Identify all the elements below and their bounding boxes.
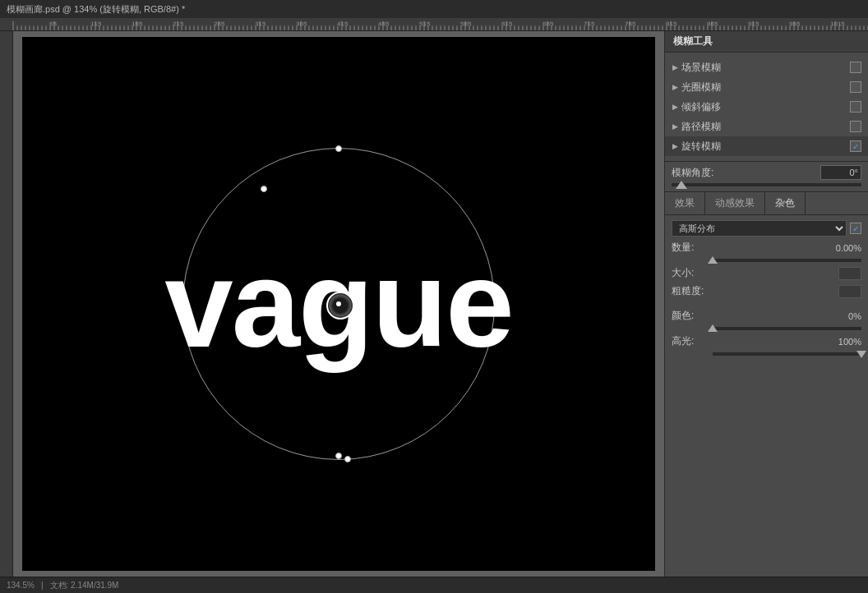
title-text: 模糊画廊.psd @ 134% (旋转模糊, RGB/8#) * — [7, 3, 185, 16]
noise-highlight-slider[interactable] — [713, 352, 861, 356]
noise-highlight-row: 高光: 100% — [672, 334, 861, 348]
noise-distribution-select[interactable]: 高斯分布 均匀分布 — [672, 220, 847, 237]
noise-checkbox[interactable] — [850, 223, 861, 234]
angle-slider-track[interactable] — [672, 183, 861, 186]
angle-row: 模糊角度: — [672, 165, 861, 180]
checkbox-spin[interactable] — [850, 140, 861, 152]
main-area: vague 模糊工具 ▶ 场景模糊 ▶ 光圈模糊 ▶ 倾斜偏移 — [0, 31, 868, 577]
noise-amount-value: 0.00% — [824, 243, 861, 253]
blur-option-scene-label: 场景模糊 — [681, 61, 850, 75]
blur-option-spin-label: 旋转模糊 — [681, 140, 850, 154]
canvas-area[interactable]: vague — [0, 31, 664, 577]
noise-size-row: 大小: — [672, 266, 861, 280]
expand-arrow-aperture: ▶ — [668, 80, 681, 94]
panel-title-text: 模糊工具 — [673, 34, 713, 48]
noise-highlight-label: 高光: — [672, 334, 713, 348]
expand-arrow-spin: ▶ — [668, 140, 681, 153]
noise-color-value: 0% — [824, 311, 861, 321]
canvas-content: vague — [22, 37, 655, 571]
blur-option-tilt-label: 倾斜偏移 — [681, 100, 850, 114]
noise-size-box — [838, 267, 861, 280]
noise-highlight-slider-row — [672, 352, 861, 356]
right-panel: 模糊工具 ▶ 场景模糊 ▶ 光圈模糊 ▶ 倾斜偏移 ▶ 路径模糊 — [664, 31, 868, 577]
zoom-level: 134.5% — [7, 581, 35, 590]
blur-option-tilt[interactable]: ▶ 倾斜偏移 — [665, 97, 868, 117]
top-left-ctrl-point[interactable] — [261, 186, 267, 192]
noise-amount-row: 数量: 0.00% — [672, 241, 861, 255]
blur-option-spin[interactable]: ▶ 旋转模糊 — [665, 136, 868, 156]
titlebar: 模糊画廊.psd @ 134% (旋转模糊, RGB/8#) * — [0, 0, 868, 18]
checkbox-scene[interactable] — [850, 62, 861, 73]
noise-roughness-label: 粗糙度: — [672, 284, 713, 298]
noise-section: 高斯分布 均匀分布 数量: 0.00% — [665, 215, 868, 577]
top-ctrl-point[interactable] — [335, 145, 342, 152]
noise-roughness-row: 粗糙度: — [672, 284, 861, 298]
blur-option-aperture-label: 光圈模糊 — [681, 80, 850, 94]
expand-arrow-scene: ▶ — [668, 61, 681, 74]
noise-type-row: 高斯分布 均匀分布 — [672, 220, 861, 237]
tab-effect[interactable]: 效果 — [665, 192, 705, 214]
blur-option-path-label: 路径模糊 — [681, 120, 850, 134]
blur-option-scene[interactable]: ▶ 场景模糊 — [665, 57, 868, 77]
noise-amount-label: 数量: — [672, 241, 713, 255]
noise-amount-slider-row — [672, 259, 861, 262]
noise-amount-slider[interactable] — [713, 259, 861, 262]
blur-option-path[interactable]: ▶ 路径模糊 — [665, 117, 868, 136]
tab-noise[interactable]: 杂色 — [765, 192, 806, 214]
vertical-ruler — [0, 31, 13, 577]
checkbox-tilt[interactable] — [850, 101, 861, 113]
bottom-right-ctrl-point[interactable] — [344, 456, 351, 462]
noise-color-row: 颜色: 0% — [672, 309, 861, 323]
angle-slider-thumb[interactable] — [676, 181, 687, 189]
expand-arrow-path: ▶ — [668, 120, 681, 133]
blur-options: ▶ 场景模糊 ▶ 光圈模糊 ▶ 倾斜偏移 ▶ 路径模糊 ▶ 旋转模糊 — [665, 53, 868, 162]
noise-roughness-box — [838, 285, 861, 298]
noise-color-thumb[interactable] — [708, 324, 718, 332]
bottom-ctrl-point[interactable] — [335, 453, 342, 459]
effect-tabs: 效果 动感效果 杂色 — [665, 192, 868, 215]
noise-highlight-value: 100% — [824, 337, 861, 347]
tab-motion[interactable]: 动感效果 — [705, 192, 765, 214]
statusbar-sep: | — [41, 581, 44, 590]
noise-size-label: 大小: — [672, 266, 713, 280]
vague-text: vague — [164, 233, 513, 375]
angle-label: 模糊角度: — [672, 166, 820, 180]
blur-option-aperture[interactable]: ▶ 光圈模糊 — [665, 77, 868, 97]
checkbox-path[interactable] — [850, 121, 861, 132]
horizontal-ruler — [0, 18, 868, 31]
noise-select-wrap: 高斯分布 均匀分布 — [672, 220, 861, 237]
checkbox-aperture[interactable] — [850, 81, 861, 93]
ruler-canvas — [0, 18, 868, 30]
noise-amount-thumb[interactable] — [708, 256, 718, 264]
noise-color-label: 颜色: — [672, 309, 713, 323]
noise-highlight-thumb[interactable] — [856, 351, 866, 358]
blur-angle-section: 模糊角度: — [665, 162, 868, 192]
panel-title: 模糊工具 — [665, 31, 868, 53]
noise-color-slider-row — [672, 327, 861, 330]
doc-info: 文档: 2.14M/31.9M — [50, 580, 119, 591]
expand-arrow-tilt: ▶ — [668, 100, 681, 113]
noise-color-slider[interactable] — [713, 327, 861, 330]
noise-divider — [672, 302, 861, 309]
statusbar: 134.5% | 文档: 2.14M/31.9M — [0, 577, 868, 593]
angle-input[interactable] — [820, 165, 861, 180]
